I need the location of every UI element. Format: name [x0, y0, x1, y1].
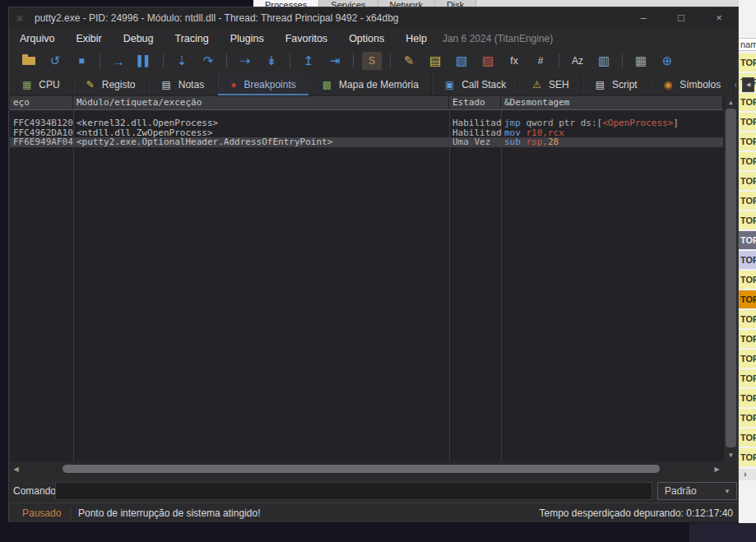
trace-over-icon[interactable]: ↡	[262, 52, 281, 70]
breakpoint-row[interactable]: FF6E949AF04<putty2.exe.OptionalHeader.Ad…	[10, 137, 723, 147]
open-file-icon[interactable]	[19, 52, 39, 70]
strings-icon[interactable]: Aᴢ	[568, 52, 587, 70]
functions-icon[interactable]: fx	[504, 52, 524, 70]
tab-call-stack[interactable]: ▣Call Stack	[432, 73, 519, 95]
process-row[interactable]: TOP	[739, 192, 756, 210]
run-to-user-code-icon[interactable]: ⇥	[325, 52, 345, 70]
scroll-up-arrow-icon[interactable]: ▲	[724, 96, 738, 108]
column-header-module[interactable]: Módulo/etiqueta/exceção	[73, 96, 449, 109]
cell-state: Habilitado	[449, 128, 501, 138]
tab-notas[interactable]: ▤Notas	[148, 73, 217, 95]
process-row[interactable]: TOP	[739, 172, 756, 190]
disasm-token: r10,rcx	[526, 128, 564, 138]
tab-s-mbolos[interactable]: ◉Símbolos	[651, 73, 735, 95]
labels-icon[interactable]: ▧	[452, 52, 471, 70]
process-list-scroll-hint[interactable]: ›	[739, 469, 756, 480]
patches-icon[interactable]: ✎	[399, 52, 419, 70]
column-divider[interactable]	[449, 110, 450, 461]
scroll-right-arrow-icon[interactable]: ▶	[711, 461, 723, 476]
column-header-state[interactable]: Estado	[449, 96, 501, 109]
scroll-left-arrow-icon[interactable]: ◀	[10, 461, 22, 476]
comments-icon[interactable]: ▤	[425, 52, 445, 70]
column-header-address[interactable]: eço	[10, 96, 73, 109]
tab-mapa-de-mem-ria[interactable]: ▩Mapa de Memória	[309, 73, 432, 95]
minimize-button[interactable]: –	[624, 7, 662, 28]
column-divider[interactable]	[73, 110, 74, 461]
folder-glyph	[22, 57, 35, 65]
run-icon[interactable]: →	[109, 52, 128, 70]
horizontal-scroll-thumb[interactable]	[63, 465, 660, 473]
tab-script[interactable]: ▤Script	[582, 73, 651, 95]
step-into-icon[interactable]: ⇣	[172, 52, 192, 70]
menu-options[interactable]: Options	[338, 33, 395, 44]
menu-tracing[interactable]: Tracing	[165, 33, 220, 44]
vertical-scrollbar[interactable]: ▲ ▼	[723, 95, 737, 461]
process-row[interactable]: TOP	[739, 330, 756, 348]
table-body: FFC4934B120<kernel32.dll.OpenProcess>Hab…	[10, 118, 723, 147]
breakpoint-row[interactable]: FFC4962DA10<ntdll.dll.ZwOpenProcess>Habi…	[10, 128, 723, 138]
build-info-text: Jan 6 2024 (TitanEngine)	[443, 33, 553, 44]
close-button[interactable]: ×	[700, 7, 738, 28]
toolbar-separator	[390, 53, 391, 68]
menubar: ArquivoExibirDebugTracingPluginsFavorito…	[9, 28, 738, 49]
process-row[interactable]: TOP	[739, 310, 756, 328]
restart-icon[interactable]: ↺	[45, 52, 65, 70]
stop-debugging-icon[interactable]: ■	[72, 52, 91, 70]
execute-till-return-icon[interactable]: ↥	[299, 52, 318, 70]
tab-scroll-left-button[interactable]: ◀	[742, 77, 754, 92]
process-row[interactable]: TOP	[739, 429, 756, 447]
tab-cpu[interactable]: ▦CPU	[9, 73, 73, 95]
window-controls: – □ ×	[624, 7, 738, 28]
process-row[interactable]: TOP	[739, 350, 756, 368]
process-row[interactable]: TOP	[739, 271, 756, 289]
source-icon[interactable]: S	[362, 52, 382, 70]
handles-icon[interactable]: ▥	[594, 52, 614, 70]
cell-module: <ntdll.dll.ZwOpenProcess>	[73, 128, 449, 138]
menu-exibir[interactable]: Exibir	[65, 33, 112, 44]
menu-plugins[interactable]: Plugins	[220, 33, 275, 44]
menu-favoritos[interactable]: Favoritos	[275, 33, 338, 44]
internet-icon[interactable]: ⊕	[657, 52, 677, 70]
scroll-down-arrow-icon[interactable]: ▼	[724, 449, 738, 461]
horizontal-scrollbar[interactable]: ◀ ▶	[10, 461, 737, 476]
calculator-icon[interactable]: ▦	[631, 52, 651, 70]
process-row[interactable]: TOP	[739, 132, 756, 151]
breakpoints-list-icon[interactable]: ▨	[478, 52, 498, 70]
symbols-icon: ◉	[664, 79, 672, 90]
toolbar-separator	[622, 53, 623, 68]
process-row[interactable]: TOP	[739, 231, 756, 249]
menu-help[interactable]: Help	[395, 33, 438, 44]
command-input[interactable]	[55, 482, 652, 500]
process-row[interactable]: TOP	[739, 93, 756, 111]
process-row[interactable]: TOP	[739, 290, 756, 308]
command-bar: Comando: Padrão ▼	[9, 479, 738, 503]
trace-into-icon[interactable]: ⇢	[235, 52, 255, 70]
column-divider[interactable]	[501, 110, 502, 461]
tab-registo[interactable]: ✎Registo	[73, 73, 149, 95]
process-row[interactable]: TOP	[739, 152, 756, 170]
process-row[interactable]: TOP	[739, 389, 756, 407]
command-mode-dropdown[interactable]: Padrão ▼	[657, 482, 737, 500]
tab-seh[interactable]: ⚠SEH	[519, 73, 582, 95]
breakpoint-row[interactable]: FFC4934B120<kernel32.dll.OpenProcess>Hab…	[10, 118, 723, 128]
maximize-button[interactable]: □	[662, 7, 700, 28]
process-row[interactable]: TOP	[739, 53, 756, 72]
process-row[interactable]: TOP	[739, 113, 756, 131]
x64dbg-bug-icon: ж	[16, 13, 28, 23]
tab-label: Símbolos	[679, 79, 721, 90]
process-row[interactable]: TOP	[739, 409, 756, 427]
memory-hash-icon[interactable]: #	[531, 52, 550, 70]
vertical-scroll-thumb[interactable]	[726, 109, 736, 447]
pause-icon[interactable]: ▌▌	[135, 52, 155, 70]
process-row[interactable]: TOP	[739, 251, 756, 269]
menu-debug[interactable]: Debug	[113, 33, 165, 44]
column-header-disassembly[interactable]: &Desmontagem	[501, 96, 723, 109]
tab-breakpoints[interactable]: ●Breakpoints	[217, 73, 309, 95]
process-row[interactable]: TOP	[739, 448, 756, 466]
step-over-icon[interactable]: ↷	[198, 52, 218, 70]
statusbar: Pausado Ponto de interrupção de sistema …	[9, 503, 738, 522]
process-row[interactable]: TOP	[739, 369, 756, 387]
process-row[interactable]: TOP	[739, 211, 756, 229]
menu-arquivo[interactable]: Arquivo	[9, 33, 65, 44]
toolbar: ↺■→▌▌⇣↷⇢↡↥⇥S✎▤▧▨fx#Aᴢ▥▦⊕	[9, 49, 738, 73]
